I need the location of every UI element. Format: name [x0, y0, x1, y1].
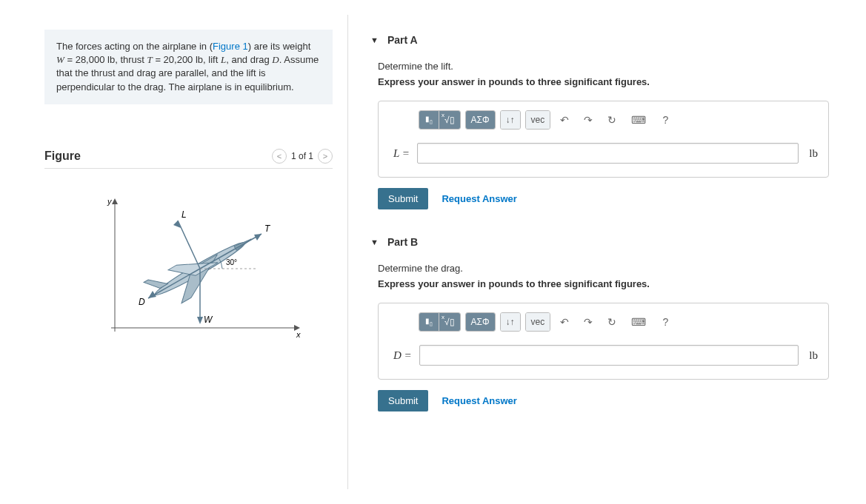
force-L-label: L: [181, 209, 187, 220]
unit-label: lb: [809, 147, 818, 160]
text: ) are its weight: [248, 41, 311, 52]
keyboard-button[interactable]: ⌨: [626, 313, 651, 331]
help-button[interactable]: ?: [656, 313, 675, 331]
figure-image: y x L T: [44, 191, 333, 354]
force-D-label: D: [139, 297, 145, 307]
vector-button[interactable]: vec: [526, 313, 550, 331]
help-button[interactable]: ?: [656, 111, 675, 129]
unit: lb: [196, 54, 203, 65]
reset-button[interactable]: ↻: [602, 111, 622, 129]
greek-button[interactable]: ΑΣΦ: [466, 313, 495, 331]
subscript-button[interactable]: ↓↑: [501, 111, 520, 129]
answer-box: ▮▯ x√▯ ΑΣΦ ↓↑ vec ↶ ↷ ↻ ⌨: [378, 101, 829, 178]
reset-button[interactable]: ↻: [602, 313, 622, 331]
collapse-icon[interactable]: ▼: [370, 238, 379, 246]
redo-button[interactable]: ↷: [579, 111, 598, 129]
part-title: Part B: [387, 236, 418, 248]
part-title: Part A: [387, 34, 418, 46]
part-a: ▼ Part A Determine the lift. Express you…: [370, 30, 836, 209]
answer-input[interactable]: [417, 143, 799, 164]
text: , thrust: [115, 54, 147, 65]
text: , and drag: [226, 54, 272, 65]
redo-button[interactable]: ↷: [579, 313, 598, 331]
part-prompt: Determine the lift.: [378, 61, 836, 72]
undo-button[interactable]: ↶: [555, 313, 574, 331]
force-W-label: W: [204, 315, 213, 325]
text: = 28,000: [64, 54, 107, 65]
math-toolbar: ▮▯ x√▯ ΑΣΦ ↓↑ vec ↶ ↷ ↻ ⌨: [419, 312, 818, 332]
force-T-label: T: [264, 224, 271, 234]
vector-button[interactable]: vec: [526, 111, 550, 129]
var-D: D: [272, 54, 279, 65]
figure-pager: < 1 of 1 >: [272, 149, 333, 164]
variable-label: D =: [393, 349, 412, 362]
part-b: ▼ Part B Determine the drag. Express you…: [370, 232, 836, 411]
collapse-icon[interactable]: ▼: [370, 36, 379, 44]
angle-label: 30°: [226, 258, 237, 266]
part-instruction: Express your answer in pounds to three s…: [378, 76, 836, 87]
pager-prev-button[interactable]: <: [272, 149, 287, 164]
sqrt-button[interactable]: x√▯: [439, 313, 460, 331]
greek-button[interactable]: ΑΣΦ: [466, 111, 495, 129]
answer-input[interactable]: [419, 345, 799, 366]
var-T: T: [147, 54, 153, 65]
submit-button[interactable]: Submit: [378, 188, 428, 209]
pager-count: 1 of 1: [291, 151, 313, 161]
answer-box: ▮▯ x√▯ ΑΣΦ ↓↑ vec ↶ ↷ ↻ ⌨: [378, 303, 829, 380]
request-answer-link[interactable]: Request Answer: [442, 395, 516, 406]
sqrt-button[interactable]: x√▯: [439, 111, 460, 129]
text: , lift: [203, 54, 221, 65]
svg-line-9: [178, 221, 200, 269]
math-toolbar: ▮▯ x√▯ ΑΣΦ ↓↑ vec ↶ ↷ ↻ ⌨: [419, 110, 818, 130]
pager-next-button[interactable]: >: [318, 149, 333, 164]
axis-x-label: x: [296, 330, 301, 339]
undo-button[interactable]: ↶: [555, 111, 574, 129]
unit-label: lb: [809, 349, 818, 362]
keyboard-button[interactable]: ⌨: [626, 111, 651, 129]
unit: lb: [107, 54, 115, 65]
svg-marker-1: [112, 198, 118, 204]
templates-button[interactable]: ▮▯: [419, 313, 439, 331]
text: = 20,200: [153, 54, 196, 65]
var-W: W: [56, 54, 64, 65]
axis-y-label: y: [107, 197, 113, 206]
templates-button[interactable]: ▮▯: [419, 111, 439, 129]
variable-label: L =: [393, 147, 410, 160]
problem-statement: The forces acting on the airplane in (Fi…: [44, 30, 333, 104]
subscript-button[interactable]: ↓↑: [501, 313, 520, 331]
request-answer-link[interactable]: Request Answer: [442, 193, 516, 204]
figure-title: Figure: [44, 149, 81, 163]
part-prompt: Determine the drag.: [378, 263, 836, 274]
figure-link[interactable]: Figure 1: [213, 41, 248, 52]
text: The forces acting on the airplane in (: [56, 41, 213, 52]
part-instruction: Express your answer in pounds to three s…: [378, 278, 836, 289]
svg-marker-16: [197, 317, 203, 324]
submit-button[interactable]: Submit: [378, 390, 428, 411]
